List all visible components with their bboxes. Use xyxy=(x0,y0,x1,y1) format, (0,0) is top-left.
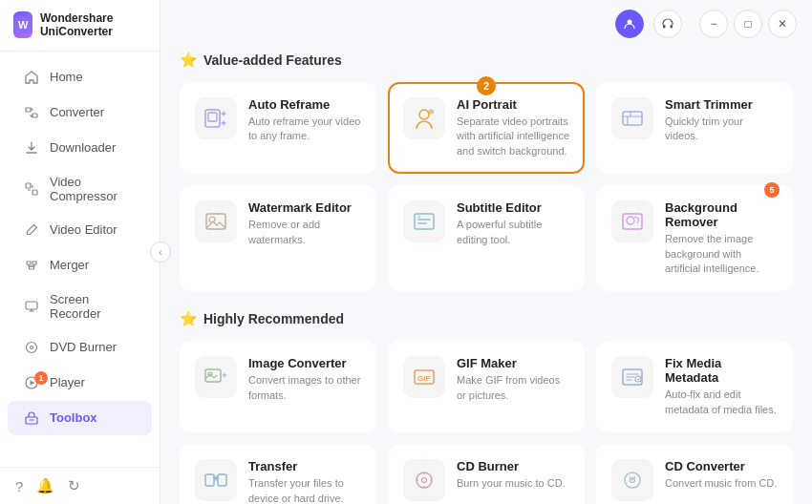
feature-card-cd-converter[interactable]: CD Converter Convert music from CD. xyxy=(596,444,793,504)
svg-rect-14 xyxy=(671,25,673,29)
svg-rect-5 xyxy=(32,190,37,195)
svg-rect-20 xyxy=(623,112,642,125)
smart-trimmer-name: Smart Trimmer xyxy=(665,97,778,112)
sidebar-item-compressor-label: Video Compressor xyxy=(50,175,137,203)
sidebar-item-video-compressor[interactable]: Video Compressor xyxy=(8,166,152,212)
cd-burner-desc: Burn your music to CD. xyxy=(457,476,566,491)
close-button[interactable]: ✕ xyxy=(768,10,797,38)
background-remover-badge: 5 xyxy=(764,182,780,198)
svg-point-35 xyxy=(417,472,432,488)
watermark-editor-icon xyxy=(195,200,237,242)
svg-text:A: A xyxy=(417,214,421,220)
svg-rect-7 xyxy=(26,302,37,309)
sidebar-nav: Home Converter Downloader Video Compress… xyxy=(0,52,160,467)
svg-point-8 xyxy=(27,342,37,352)
sidebar-item-converter-label: Converter xyxy=(50,105,104,119)
sidebar-item-downloader[interactable]: Downloader xyxy=(8,131,152,165)
main-content: − □ ✕ ⭐ Value-added Features xyxy=(160,0,812,504)
subtitle-editor-icon: A xyxy=(403,200,445,242)
gif-maker-name: GIF Maker xyxy=(457,356,569,370)
headset-button[interactable] xyxy=(653,10,682,38)
cd-converter-icon xyxy=(611,459,653,501)
subtitle-editor-name: Subtitle Editor xyxy=(457,200,569,215)
converter-icon xyxy=(23,104,40,121)
sidebar-header: W Wondershare UniConverter xyxy=(0,0,160,52)
fix-media-metadata-name: Fix Media Metadata xyxy=(665,356,778,385)
feature-card-image-converter[interactable]: Image Converter Convert images to other … xyxy=(180,341,376,432)
value-added-grid: Auto Reframe Auto reframe your video to … xyxy=(180,82,793,291)
feature-card-cd-burner[interactable]: CD Burner Burn your music to CD. xyxy=(388,444,585,504)
feature-card-gif-maker[interactable]: GIF GIF Maker Make GIF from videos or pi… xyxy=(388,341,585,432)
auto-reframe-icon xyxy=(195,97,237,139)
sidebar-item-home[interactable]: Home xyxy=(8,60,152,94)
feature-card-transfer[interactable]: Transfer Transfer your files to device o… xyxy=(180,444,376,504)
feature-card-fix-media-metadata[interactable]: Fix Media Metadata Auto-fix and edit met… xyxy=(596,341,793,432)
watermark-editor-name: Watermark Editor xyxy=(248,200,361,215)
sidebar-item-player-label: Player xyxy=(50,375,85,389)
sidebar-item-video-editor[interactable]: Video Editor xyxy=(8,213,152,247)
ai-portrait-icon: AI xyxy=(403,97,445,139)
ai-portrait-number: 2 xyxy=(477,76,496,95)
sidebar-item-recorder-label: Screen Recorder xyxy=(50,292,137,321)
feature-card-ai-portrait[interactable]: 2 AI AI Portrait Separate video portrait… xyxy=(388,82,585,174)
feature-card-auto-reframe[interactable]: Auto Reframe Auto reframe your video to … xyxy=(180,82,376,174)
player-badge: 1 xyxy=(34,371,48,385)
image-converter-icon xyxy=(195,356,237,398)
highly-recommended-section-title: ⭐ Highly Recommended xyxy=(180,310,793,327)
watermark-editor-desc: Remove or add watermarks. xyxy=(248,218,361,247)
feature-card-subtitle-editor[interactable]: A Subtitle Editor A powerful subtitle ed… xyxy=(388,185,585,291)
auto-reframe-name: Auto Reframe xyxy=(248,97,361,112)
minimize-button[interactable]: − xyxy=(699,10,728,38)
transfer-desc: Transfer your files to device or hard dr… xyxy=(248,476,361,504)
gif-maker-desc: Make GIF from videos or pictures. xyxy=(457,373,569,403)
bg-remover-name: Background Remover xyxy=(665,200,778,229)
help-icon[interactable]: ? xyxy=(15,478,23,494)
app-title: Wondershare UniConverter xyxy=(40,11,146,39)
fix-media-metadata-icon xyxy=(611,356,653,398)
sidebar-footer: ? 🔔 ↻ xyxy=(0,467,160,504)
edit-icon xyxy=(23,221,40,239)
bg-remover-desc: Remove the image background with artific… xyxy=(665,232,778,276)
feature-card-watermark-editor[interactable]: Watermark Editor Remove or add watermark… xyxy=(180,185,376,291)
cd-converter-name: CD Converter xyxy=(665,459,777,473)
ai-portrait-name: AI Portrait xyxy=(457,97,569,112)
screen-icon xyxy=(23,298,40,315)
sidebar-item-player[interactable]: Player 1 xyxy=(8,366,152,400)
svg-rect-27 xyxy=(205,369,221,382)
svg-point-17 xyxy=(419,110,429,119)
svg-rect-21 xyxy=(206,214,225,229)
fix-media-metadata-desc: Auto-fix and edit metadata of media file… xyxy=(665,388,778,417)
svg-rect-34 xyxy=(218,474,226,486)
svg-rect-13 xyxy=(663,25,666,29)
downloader-icon xyxy=(23,139,40,157)
svg-rect-16 xyxy=(208,113,217,121)
app-logo: W xyxy=(13,11,32,38)
home-icon xyxy=(23,69,40,86)
user-avatar-button[interactable] xyxy=(615,10,644,38)
svg-rect-4 xyxy=(26,183,31,188)
sidebar-item-toolbox-label: Toolbox xyxy=(50,410,97,425)
cd-burner-icon xyxy=(403,459,445,501)
background-remover-icon xyxy=(611,200,653,242)
feature-card-background-remover[interactable]: 5 Background Remover Remove the image ba… xyxy=(596,185,793,291)
sidebar-item-converter[interactable]: Converter xyxy=(8,95,152,130)
bell-icon[interactable]: 🔔 xyxy=(36,477,54,494)
sidebar-item-merger[interactable]: Merger xyxy=(8,248,152,283)
recommended-icon: ⭐ xyxy=(180,310,198,327)
sidebar-item-dvd-burner[interactable]: DVD Burner xyxy=(8,330,152,365)
sidebar-item-home-label: Home xyxy=(50,70,83,84)
sidebar-item-toolbox[interactable]: Toolbox xyxy=(8,401,152,435)
svg-rect-2 xyxy=(26,108,31,112)
sidebar-item-merger-label: Merger xyxy=(50,258,89,272)
compress-icon xyxy=(23,180,40,198)
sidebar-item-downloader-label: Downloader xyxy=(50,140,116,155)
refresh-icon[interactable]: ↻ xyxy=(68,477,80,494)
transfer-name: Transfer xyxy=(248,459,361,473)
smart-trimmer-icon xyxy=(611,97,653,139)
sidebar-collapse-button[interactable]: ‹ xyxy=(150,242,171,262)
feature-card-smart-trimmer[interactable]: Smart Trimmer Quickly trim your videos. xyxy=(596,82,793,174)
sidebar-item-editor-label: Video Editor xyxy=(50,222,118,237)
sidebar-item-screen-recorder[interactable]: Screen Recorder xyxy=(8,284,152,329)
maximize-button[interactable]: □ xyxy=(734,10,762,38)
image-converter-name: Image Converter xyxy=(248,356,361,370)
